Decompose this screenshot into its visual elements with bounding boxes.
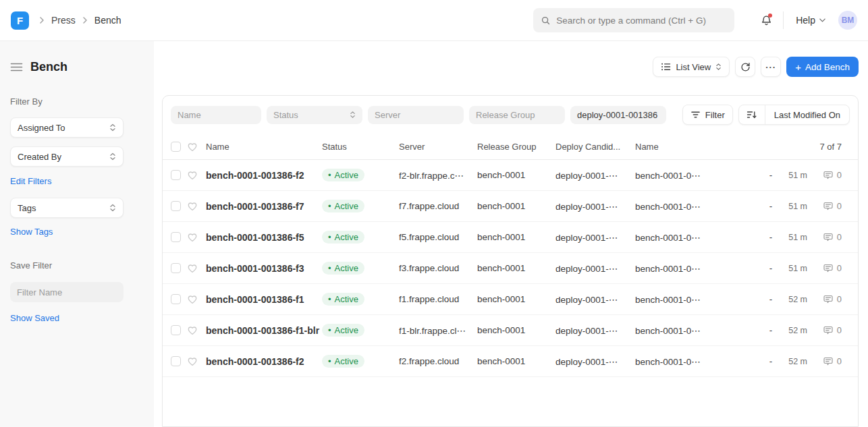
show-saved-link[interactable]: Show Saved <box>10 313 59 323</box>
favorite-heart-icon[interactable] <box>187 201 206 211</box>
help-label: Help <box>796 15 815 26</box>
empty-value-cell: - <box>757 232 784 242</box>
comment-count: 0 <box>837 201 842 211</box>
select-all-checkbox[interactable] <box>171 142 181 152</box>
row-checkbox[interactable] <box>171 232 181 242</box>
bench-name: bench-0001-001386-f7 <box>206 201 322 212</box>
empty-value-cell: - <box>757 201 784 211</box>
search-icon <box>541 16 551 26</box>
bench-title-cell: bench-0001-0⋯ <box>635 232 709 243</box>
name-filter-input[interactable]: Name <box>171 106 261 124</box>
comment-icon <box>823 325 834 335</box>
release-group-cell: bench-0001 <box>477 201 555 211</box>
favorite-heart-icon[interactable] <box>187 232 206 242</box>
status-dot: • <box>328 295 331 304</box>
deploy-candidate-cell: deploy-0001-⋯ <box>555 356 635 367</box>
header-server: Server <box>399 142 477 152</box>
status-dot: • <box>328 326 331 335</box>
show-tags-link[interactable]: Show Tags <box>10 227 53 237</box>
sort-field-button[interactable]: Last Modified On <box>765 105 849 124</box>
breadcrumb-item-press[interactable]: Press <box>51 15 76 26</box>
table-row[interactable]: bench-0001-001386-f1 •Active f1.frappe.c… <box>163 284 858 315</box>
table-row[interactable]: bench-0001-001386-f5 •Active f5.frappe.c… <box>163 222 858 253</box>
view-selector-label: List View <box>676 62 711 72</box>
global-search-input[interactable]: Search or type a command (Ctrl + G) <box>533 8 734 32</box>
server-filter-input[interactable]: Server <box>368 106 464 124</box>
favorite-heart-icon[interactable] <box>187 263 206 273</box>
status-dot: • <box>328 357 331 366</box>
filter-by-label: Filter By <box>10 96 144 107</box>
release-group-cell: bench-0001 <box>477 356 555 366</box>
chevron-down-icon <box>819 18 826 23</box>
table-row[interactable]: bench-0001-001386-f3 •Active f3.frappe.c… <box>163 253 858 284</box>
comment-count: 0 <box>837 263 842 273</box>
more-options-button[interactable]: ··· <box>761 57 781 77</box>
edit-filters-link[interactable]: Edit Filters <box>10 176 51 186</box>
sort-direction-button[interactable] <box>739 105 765 124</box>
status-filter-select[interactable]: Status <box>267 106 362 124</box>
user-avatar[interactable]: BM <box>838 11 857 30</box>
table-row[interactable]: bench-0001-001386-f1-blr •Active f1-blr.… <box>163 315 858 346</box>
help-menu-button[interactable]: Help <box>793 15 829 26</box>
header-deploy-candidate: Deploy Candid... <box>555 142 635 152</box>
row-checkbox[interactable] <box>171 356 181 366</box>
ellipsis-icon: ··· <box>765 62 776 72</box>
assigned-to-label: Assigned To <box>18 123 65 133</box>
created-by-select[interactable]: Created By <box>10 146 124 167</box>
table-row[interactable]: bench-0001-001386-f2 •Active f2-blr.frap… <box>163 160 858 191</box>
comment-count: 0 <box>837 294 842 304</box>
bench-list-card: Name Status Server Release Group deploy-… <box>162 95 859 427</box>
chevron-updown-icon <box>109 152 116 161</box>
list-view-icon <box>661 62 671 72</box>
filter-name-input[interactable] <box>10 282 124 302</box>
release-group-cell: bench-0001 <box>477 325 555 335</box>
filter-funnel-icon <box>690 110 701 119</box>
favorite-heart-icon[interactable] <box>187 356 206 366</box>
modified-cell: 52 m <box>784 295 807 304</box>
menu-icon[interactable] <box>10 61 23 73</box>
favorite-heart-icon[interactable] <box>187 325 206 335</box>
refresh-icon <box>740 62 751 72</box>
bench-title-cell: bench-0001-0⋯ <box>635 263 709 274</box>
bench-name: bench-0001-001386-f1-blr <box>206 325 322 336</box>
add-bench-button[interactable]: + Add Bench <box>786 57 859 77</box>
favorite-heart-icon[interactable] <box>187 294 206 304</box>
breadcrumb-item-bench[interactable]: Bench <box>94 15 121 26</box>
comment-count: 0 <box>837 356 842 366</box>
header-status: Status <box>322 142 399 152</box>
view-selector-button[interactable]: List View <box>653 57 730 77</box>
notifications-button[interactable] <box>759 13 774 28</box>
release-group-cell: bench-0001 <box>477 294 555 304</box>
refresh-button[interactable] <box>735 57 755 77</box>
comment-icon <box>823 263 834 273</box>
table-row[interactable]: bench-0001-001386-f7 •Active f7.frappe.c… <box>163 191 858 222</box>
empty-value-cell: - <box>757 170 784 180</box>
comments-cell: 0 <box>807 263 850 273</box>
row-checkbox[interactable] <box>171 325 181 335</box>
favorite-heart-icon[interactable] <box>187 170 206 180</box>
row-checkbox[interactable] <box>171 294 181 304</box>
deploy-candidate-cell: deploy-0001-⋯ <box>555 263 635 274</box>
deploy-candidate-cell: deploy-0001-⋯ <box>555 232 635 243</box>
status-filter-label: Status <box>273 110 298 120</box>
comment-icon <box>823 201 834 211</box>
frappe-logo-icon[interactable]: F <box>11 11 29 30</box>
bench-name: bench-0001-001386-f3 <box>206 263 322 274</box>
empty-value-cell: - <box>757 356 784 366</box>
tags-select[interactable]: Tags <box>10 198 124 218</box>
server-cell: f1-blr.frappe.cl⋯ <box>399 325 477 336</box>
filter-button[interactable]: Filter <box>682 105 733 125</box>
main-content: List View ··· + Add Bench Name <box>154 41 868 427</box>
release-group-filter-input[interactable]: Release Group <box>469 106 565 124</box>
row-checkbox[interactable] <box>171 263 181 273</box>
filter-button-label: Filter <box>705 110 725 120</box>
table-row[interactable]: bench-0001-001386-f2 •Active f2.frappe.c… <box>163 346 858 377</box>
deploy-candidate-cell: deploy-0001-⋯ <box>555 201 635 212</box>
assigned-to-select[interactable]: Assigned To <box>10 117 124 138</box>
row-checkbox[interactable] <box>171 170 181 180</box>
status-badge: •Active <box>322 355 364 368</box>
chevron-right-icon <box>38 16 45 24</box>
status-badge: •Active <box>322 262 364 275</box>
row-checkbox[interactable] <box>171 201 181 211</box>
deploy-candidate-filter-input[interactable]: deploy-0001-001386 <box>570 106 666 124</box>
